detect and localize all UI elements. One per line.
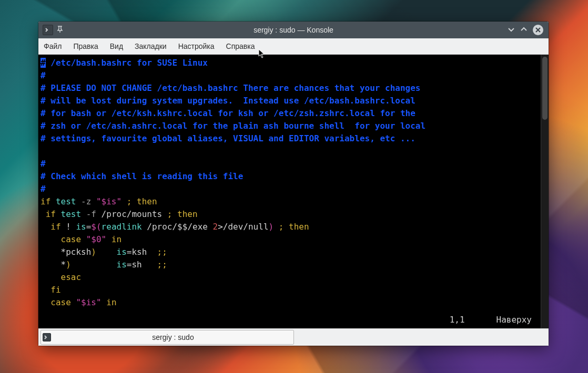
comment-line: zsh or /etc/ash.ashrc.local for the plai… [46,121,425,131]
comment-hash: # [40,171,46,181]
comment-line: settings, favourite global aliases, VISU… [46,133,415,143]
close-button[interactable] [533,25,543,35]
comment-hash: # [40,96,46,106]
cursor-position: 1,1 [450,314,465,326]
comment-hash: # [40,184,46,194]
cursor-hash: # [40,58,46,68]
scroll-indicator: Наверху [496,314,532,326]
kw-then: ; then [273,222,309,232]
comment-line: Check which shell is reading this file [46,171,244,181]
str-zero: "$0" [86,234,107,244]
op-f: -f [86,209,102,219]
var-is: is [117,260,127,270]
path-mounts: /proc/mounts [102,209,163,219]
kw-case: case [61,234,82,244]
tab-bar: sergiy : sudo [38,328,549,346]
cmd-readlink: readlink [102,222,147,232]
kw-case: case [50,297,71,307]
comment-hash: # [40,133,46,143]
kw-then: ; then [162,209,197,219]
konsole-window: sergiy : sudo — Konsole Файл Правка Вид … [38,22,549,346]
op-bang: ! [66,222,76,232]
desktop-background: sergiy : sudo — Konsole Файл Правка Вид … [0,0,588,373]
kw-if: if [46,209,56,219]
kw-esac: esac [61,272,82,282]
scrollbar-thumb[interactable] [542,57,548,120]
comment-hash: # [40,83,46,93]
str-is: "$is" [76,297,101,307]
window-title: sergiy : sudo — Konsole [38,26,549,34]
path-exe: /proc/$$/exe [147,222,212,232]
menu-help[interactable]: Справка [226,42,255,50]
terminal-tab[interactable]: sergiy : sudo [40,330,294,345]
menu-file[interactable]: Файл [44,42,62,50]
menu-view[interactable]: Вид [110,42,123,50]
menubar: Файл Правка Вид Закладки Настройка Справ… [38,38,549,55]
close-paren: ) [269,222,274,232]
titlebar[interactable]: sergiy : sudo — Konsole [38,22,549,38]
kw-fi: fi [50,285,60,295]
pat-pcksh: pcksh [66,247,91,257]
comment-hash: # [40,70,46,80]
dollar-open: $( [91,222,101,232]
kw-if: if [40,196,50,206]
scrollbar[interactable] [541,55,549,328]
kw-in: in [106,234,121,244]
terminal-area[interactable]: # /etc/bash.bashrc for SUSE Linux # # PL… [38,55,549,328]
maximize-button[interactable] [520,26,528,35]
vim-statusline: 1,1 Наверху [38,314,541,326]
op-z: -z [81,196,96,206]
terminal-content[interactable]: # /etc/bash.bashrc for SUSE Linux # # PL… [38,55,541,328]
menu-bookmarks[interactable]: Закладки [135,42,167,50]
str-is: "$is" [96,196,121,206]
tab-terminal-icon [41,333,53,341]
var-is: is [117,247,127,257]
comment-hash: # [40,121,46,131]
comment-line: PLEASE DO NOT CHANGE /etc/bash.bashrc Th… [46,83,421,93]
comment-hash: # [40,108,46,118]
kw-if: if [50,222,60,232]
pin-icon[interactable] [56,26,64,35]
paren: ) [91,247,96,257]
dsemi: ;; [157,260,167,270]
comment-line: will be lost during system upgrades. Ins… [46,96,415,106]
comment-line: for bash or /etc/ksh.kshrc.local for ksh… [46,108,415,118]
fd-two: 2 [213,222,218,232]
redir-null: >/dev/null [218,222,268,232]
kw-test: test [50,196,81,206]
kw-then: ; then [121,196,157,206]
comment-line: /etc/bash.bashrc for SUSE Linux [46,58,208,68]
comment-hash: # [40,159,46,169]
paren: ) [66,260,71,270]
tab-label: sergiy : sudo [53,333,293,341]
kw-in: in [102,297,117,307]
terminal-app-icon [43,25,53,35]
kw-test: test [56,209,86,219]
val-sh: sh [131,260,157,270]
menu-settings[interactable]: Настройка [178,42,215,50]
var-is: is [76,222,86,232]
minimize-button[interactable] [508,26,515,35]
menu-edit[interactable]: Правка [73,42,98,50]
val-ksh: ksh [131,247,157,257]
dsemi: ;; [157,247,167,257]
